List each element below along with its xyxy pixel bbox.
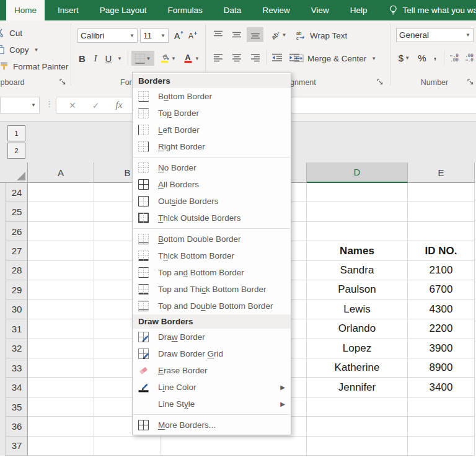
tab-review[interactable]: Review: [254, 0, 298, 20]
row-header-32[interactable]: 32: [6, 339, 28, 358]
currency-button[interactable]: $ ▼: [395, 50, 413, 65]
cell-D25[interactable]: [307, 202, 408, 221]
bold-button[interactable]: B: [76, 51, 89, 66]
tab-data[interactable]: Data: [216, 0, 250, 20]
menu-item-erase-border[interactable]: Erase Border: [133, 362, 291, 379]
align-right-icon[interactable]: [247, 50, 263, 65]
cell-D34[interactable]: Jennifer: [307, 378, 408, 397]
alignment-dialog-launcher-icon[interactable]: [377, 78, 384, 86]
column-header-a[interactable]: A: [28, 162, 94, 183]
column-header-e[interactable]: E: [408, 162, 475, 183]
comma-style-button[interactable]: ,: [430, 48, 440, 63]
cell-E24[interactable]: [408, 183, 475, 202]
cell-E35[interactable]: [408, 397, 475, 417]
borders-button[interactable]: ▼: [131, 51, 154, 66]
cell-D24[interactable]: [307, 183, 408, 202]
cell-E36[interactable]: [408, 417, 475, 436]
cell-E26[interactable]: [408, 222, 475, 241]
align-center-icon[interactable]: [228, 50, 245, 65]
italic-button[interactable]: I: [90, 51, 101, 66]
merge-center-button[interactable]: Merge & Center ▼: [294, 53, 376, 63]
align-top-icon[interactable]: [209, 27, 226, 42]
cell-D29[interactable]: Paulson: [307, 280, 408, 299]
cell-E33[interactable]: 8900: [408, 358, 475, 378]
row-header-34[interactable]: 34: [6, 378, 28, 397]
cell-D26[interactable]: [307, 222, 408, 241]
cell-C37[interactable]: [161, 437, 307, 456]
merge-center-dropdown-arrow[interactable]: ▼: [371, 56, 376, 61]
cell-A31[interactable]: [28, 319, 94, 339]
cell-A29[interactable]: [28, 280, 94, 299]
cell-A34[interactable]: [28, 378, 94, 397]
cell-E28[interactable]: 2100: [408, 261, 475, 280]
row-header-30[interactable]: 30: [6, 300, 28, 319]
menu-item-top-and-bottom-border[interactable]: Top and Bottom Border: [133, 264, 291, 281]
row-header-31[interactable]: 31: [6, 319, 28, 339]
fill-color-button[interactable]: ▼: [157, 51, 179, 66]
menu-item-thick-outside-borders[interactable]: Thick Outside Borders: [133, 210, 291, 226]
row-header-36[interactable]: 36: [6, 417, 28, 436]
cell-E34[interactable]: 3400: [408, 378, 475, 397]
row-header-37[interactable]: 37: [6, 437, 28, 456]
menu-item-top-and-double-bottom-border[interactable]: Top and Double Bottom Border: [133, 298, 291, 314]
cell-D35[interactable]: [307, 397, 408, 417]
menu-item-top-border[interactable]: Top Border: [133, 105, 291, 122]
cell-D36[interactable]: [307, 417, 408, 436]
cell-A32[interactable]: [28, 339, 94, 358]
menu-item-all-borders[interactable]: All Borders: [133, 176, 291, 193]
decrease-indent-icon[interactable]: [269, 50, 284, 65]
cell-E31[interactable]: 2200: [408, 319, 475, 339]
cell-D32[interactable]: Lopez: [307, 339, 408, 358]
cell-E29[interactable]: 6700: [408, 280, 475, 299]
row-header-35[interactable]: 35: [6, 397, 28, 417]
decrease-decimal-icon[interactable]: .00→.0: [462, 50, 476, 65]
cell-D37[interactable]: [307, 437, 408, 456]
cancel-icon[interactable]: ✕: [69, 100, 76, 110]
cell-E37[interactable]: [408, 437, 475, 456]
name-box[interactable]: ▼: [0, 97, 40, 113]
row-header-24[interactable]: 24: [6, 183, 28, 202]
row-header-26[interactable]: 26: [6, 222, 28, 241]
copy-button[interactable]: Copy ▼: [0, 45, 38, 55]
outline-level-1-button[interactable]: 1: [7, 125, 25, 141]
font-color-button[interactable]: A ▼: [181, 51, 202, 66]
orientation-button[interactable]: ab ▼: [268, 27, 289, 42]
tab-help[interactable]: Help: [342, 0, 376, 20]
enter-icon[interactable]: ✓: [92, 100, 100, 110]
menu-item-thick-bottom-border[interactable]: Thick Bottom Border: [133, 247, 291, 264]
column-header-d[interactable]: D: [307, 162, 408, 183]
tab-home[interactable]: Home: [6, 0, 45, 20]
increase-font-icon[interactable]: A: [172, 28, 185, 43]
cell-E25[interactable]: [408, 202, 475, 221]
menu-item-bottom-double-border[interactable]: Bottom Double Border: [133, 231, 291, 247]
number-format-combo[interactable]: General ▼: [396, 28, 474, 42]
align-left-icon[interactable]: [209, 50, 226, 65]
row-header-28[interactable]: 28: [6, 261, 28, 280]
percent-style-button[interactable]: %: [415, 50, 429, 65]
increase-decimal-icon[interactable]: ←.0.00: [447, 50, 461, 65]
menu-item-left-border[interactable]: Left Border: [133, 122, 291, 138]
cell-B37[interactable]: [94, 437, 161, 456]
tab-view[interactable]: View: [303, 0, 337, 20]
format-painter-button[interactable]: Format Painter: [0, 61, 68, 71]
menu-item-no-border[interactable]: No Border: [133, 159, 291, 176]
cell-D28[interactable]: Sandra: [307, 261, 408, 280]
cell-E32[interactable]: 3900: [408, 339, 475, 358]
menu-item-right-border[interactable]: Right Border: [133, 138, 291, 155]
number-dialog-launcher-icon[interactable]: [467, 78, 475, 86]
cell-A26[interactable]: [28, 222, 94, 241]
font-size-combo[interactable]: 11 ▼: [140, 29, 169, 43]
menu-item-more-borders[interactable]: More Borders...: [133, 417, 291, 433]
menu-item-line-style[interactable]: Line Style▶: [133, 396, 291, 412]
underline-dropdown-arrow[interactable]: ▼: [115, 51, 123, 66]
menu-item-bottom-border[interactable]: Bottom Border: [133, 88, 291, 105]
menu-item-line-color[interactable]: Line Color▶: [133, 379, 291, 396]
name-box-dropdown-arrow[interactable]: ▼: [31, 102, 36, 108]
outline-level-2-button[interactable]: 2: [7, 143, 25, 159]
font-name-combo[interactable]: Calibri ▼: [77, 29, 138, 43]
row-header-27[interactable]: 27: [6, 241, 28, 260]
align-middle-icon[interactable]: [228, 27, 245, 42]
align-bottom-icon[interactable]: [247, 27, 263, 42]
menu-item-draw-border[interactable]: Draw Border: [133, 329, 291, 345]
clipboard-dialog-launcher-icon[interactable]: [60, 78, 67, 86]
